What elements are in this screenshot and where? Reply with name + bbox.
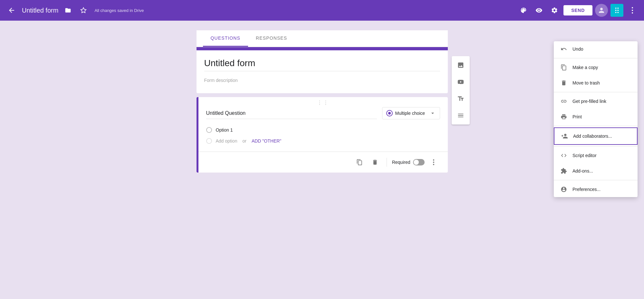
- send-button[interactable]: SEND: [563, 5, 592, 15]
- sidebar-toolbar: [452, 56, 470, 125]
- form-container: QUESTIONS RESPONSES Untitled form Form d…: [197, 30, 448, 299]
- link-icon: [560, 98, 567, 105]
- menu-item-make-copy[interactable]: Make a copy: [554, 60, 638, 75]
- menu-label-add-ons: Add-ons...: [572, 168, 593, 174]
- svg-point-4: [433, 159, 434, 161]
- menu-divider-1: [554, 58, 638, 58]
- print-icon: [560, 114, 567, 120]
- question-row: Multiple choice: [206, 107, 440, 119]
- user-avatar[interactable]: [595, 4, 608, 17]
- menu-item-undo[interactable]: Undo: [554, 41, 638, 57]
- question-footer: Required: [198, 152, 448, 173]
- add-option-row: Add option or ADD "OTHER": [206, 135, 440, 146]
- question-type-selector[interactable]: Multiple choice: [382, 107, 440, 119]
- tab-questions[interactable]: QUESTIONS: [203, 30, 248, 47]
- header-right: SEND: [517, 4, 639, 17]
- menu-label-pre-filled-link: Get pre-filled link: [572, 99, 606, 104]
- add-collaborators-icon: [561, 133, 568, 140]
- more-options-button[interactable]: [626, 4, 639, 17]
- svg-point-3: [632, 12, 633, 14]
- tab-responses[interactable]: RESPONSES: [248, 30, 295, 47]
- puzzle-icon: [560, 168, 567, 174]
- form-title[interactable]: Untitled form: [204, 58, 440, 71]
- dropdown-menu: Undo Make a copy Move to trash: [554, 41, 638, 197]
- add-image-button[interactable]: [453, 57, 468, 73]
- footer-divider: [387, 158, 387, 167]
- question-title-input[interactable]: [206, 108, 377, 119]
- preview-button[interactable]: [533, 4, 545, 17]
- svg-point-6: [433, 164, 434, 165]
- menu-label-make-copy: Make a copy: [572, 65, 598, 70]
- form-description[interactable]: Form description: [204, 75, 440, 85]
- delete-question-button[interactable]: [369, 156, 381, 169]
- question-type-radio-icon: [386, 110, 393, 116]
- back-button[interactable]: [5, 4, 18, 17]
- menu-label-add-collaborators: Add collaborators...: [573, 134, 612, 139]
- add-option-radio: [206, 138, 212, 144]
- required-label: Required: [392, 160, 410, 165]
- form-title-header: Untitled form: [22, 7, 58, 14]
- svg-marker-0: [81, 8, 86, 13]
- svg-point-1: [632, 7, 633, 8]
- copy-icon: [560, 64, 567, 71]
- option-text-1: Option 1: [216, 127, 233, 133]
- menu-label-undo: Undo: [572, 46, 583, 52]
- menu-item-preferences[interactable]: Preferences...: [554, 182, 638, 197]
- form-tabs: QUESTIONS RESPONSES: [197, 30, 448, 47]
- menu-label-print: Print: [572, 114, 582, 119]
- option-row-1: Option 1: [206, 125, 440, 135]
- question-type-label: Multiple choice: [395, 111, 427, 116]
- menu-label-script-editor: Script editor: [572, 153, 597, 158]
- option-radio-1: [206, 127, 212, 133]
- code-icon: [560, 152, 567, 159]
- menu-item-add-ons[interactable]: Add-ons...: [554, 163, 638, 179]
- chevron-down-icon: [429, 110, 436, 116]
- menu-label-preferences: Preferences...: [572, 187, 601, 192]
- add-other-link[interactable]: ADD "OTHER": [252, 138, 281, 144]
- star-button[interactable]: [78, 5, 89, 16]
- question-body: Multiple choice Option 1 Add option or: [198, 107, 448, 152]
- add-text-button[interactable]: [453, 91, 468, 106]
- required-toggle[interactable]: [413, 159, 425, 165]
- drag-handle: ⋮⋮: [198, 97, 448, 107]
- question-card: ⋮⋮ Multiple choice Option 1: [197, 97, 448, 173]
- svg-point-2: [632, 10, 633, 11]
- svg-point-5: [433, 162, 434, 163]
- menu-label-move-to-trash: Move to trash: [572, 80, 600, 85]
- folder-button[interactable]: [62, 5, 74, 16]
- undo-icon: [560, 46, 567, 52]
- main-content: QUESTIONS RESPONSES Untitled form Form d…: [0, 21, 644, 299]
- menu-divider-4: [554, 146, 638, 146]
- menu-divider-3: [554, 126, 638, 126]
- menu-item-script-editor[interactable]: Script editor: [554, 148, 638, 163]
- preferences-icon: [560, 186, 567, 193]
- menu-item-move-to-trash[interactable]: Move to trash: [554, 75, 638, 91]
- add-option-separator: or: [242, 138, 246, 144]
- header-left: Untitled form All changes saved in Drive: [5, 4, 513, 17]
- apps-button[interactable]: [610, 4, 623, 17]
- app-header: Untitled form All changes saved in Drive: [0, 0, 644, 21]
- question-more-button[interactable]: [427, 156, 440, 169]
- menu-item-print[interactable]: Print: [554, 109, 638, 125]
- autosave-status: All changes saved in Drive: [94, 8, 144, 13]
- menu-divider-5: [554, 180, 638, 180]
- trash-icon: [560, 80, 567, 86]
- settings-button[interactable]: [548, 4, 561, 17]
- menu-item-pre-filled-link[interactable]: Get pre-filled link: [554, 94, 638, 109]
- menu-item-add-collaborators[interactable]: Add collaborators...: [554, 127, 638, 145]
- duplicate-question-button[interactable]: [353, 156, 366, 169]
- add-section-button[interactable]: [453, 108, 468, 123]
- form-header-card: Untitled form Form description: [197, 47, 448, 93]
- add-option-text[interactable]: Add option: [216, 138, 237, 144]
- palette-button[interactable]: [517, 4, 530, 17]
- menu-divider-2: [554, 92, 638, 92]
- add-video-button[interactable]: [453, 74, 468, 90]
